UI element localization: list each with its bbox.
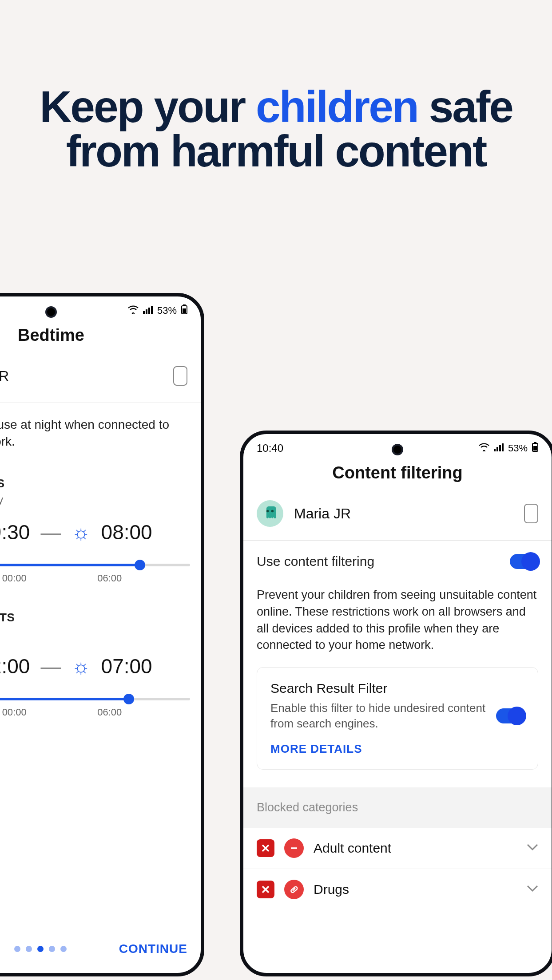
profile-row[interactable]: Maria JR	[0, 363, 201, 403]
weekend-nights-days: Friday - Saturday	[0, 627, 201, 654]
svg-rect-10	[496, 447, 498, 451]
tick	[193, 573, 195, 584]
status-battery: 53%	[157, 305, 177, 316]
screen-title-filter: Content filtering	[243, 463, 552, 482]
screen-title-bedtime: Bedtime	[0, 326, 201, 345]
signal-icon	[143, 305, 153, 316]
search-filter-description: Enable this filter to hide undesired con…	[270, 700, 487, 731]
bedtime-intro-text: Prevent internet use at night when conne…	[0, 403, 201, 450]
profile-name: Maria JR	[0, 368, 173, 384]
search-filter-card: Search Result Filter Enable this filter …	[257, 667, 538, 770]
status-bar: 10:40 53%	[0, 296, 201, 321]
svg-rect-1	[146, 309, 147, 314]
signal-icon	[494, 443, 504, 454]
pager-dots	[14, 946, 67, 952]
wifi-icon	[479, 443, 489, 454]
tick: 00:00	[2, 707, 27, 718]
school-time-range: ☾ 19:30 — ☼ 08:00	[0, 520, 201, 553]
minus-icon	[284, 838, 304, 858]
school-end-time: 08:00	[101, 520, 152, 544]
weekend-range-slider[interactable]	[0, 698, 190, 700]
school-range-slider[interactable]	[0, 564, 190, 566]
category-row-drugs[interactable]: Drugs	[243, 869, 552, 910]
battery-icon	[181, 304, 187, 317]
device-icon[interactable]	[524, 504, 538, 523]
blocked-icon	[257, 839, 274, 857]
svg-rect-6	[183, 308, 186, 313]
content-filter-description: Prevent your children from seeing unsuit…	[243, 569, 552, 667]
weekend-time-range: ☾ 22:00 — ☼ 07:00	[0, 654, 201, 687]
phone-content-filtering: 10:40 53% Content filtering Maria JR Use…	[240, 431, 552, 976]
camera-dot-icon	[392, 444, 403, 455]
time-dash: —	[40, 520, 61, 544]
svg-rect-2	[148, 308, 150, 314]
profile-row[interactable]: Maria JR	[243, 500, 552, 540]
svg-rect-11	[499, 445, 501, 451]
content-filter-toggle-row: Use content filtering	[243, 541, 552, 569]
blocked-categories-header: Blocked categories	[243, 787, 552, 828]
tick: 00:00	[2, 573, 27, 584]
sun-icon: ☼	[71, 520, 90, 544]
weekend-end-time: 07:00	[101, 654, 152, 678]
profile-name: Maria JR	[294, 506, 524, 522]
tick: 06:00	[97, 707, 122, 718]
phone-bedtime: 10:40 53% Bedtime Maria JR Prevent inter…	[0, 293, 204, 976]
chevron-down-icon	[527, 844, 538, 853]
svg-point-17	[271, 510, 274, 512]
search-filter-toggle[interactable]	[496, 708, 524, 723]
battery-icon	[532, 442, 538, 454]
weekend-nights-label: WEEKEND NIGHTS	[0, 584, 201, 627]
svg-rect-0	[143, 311, 145, 314]
tick	[193, 707, 195, 718]
school-nights-days: Sunday - Thursday	[0, 493, 201, 520]
sun-icon: ☼	[71, 654, 90, 678]
pager-dot-active[interactable]	[37, 946, 44, 952]
category-name: Drugs	[314, 882, 517, 897]
category-row-adult[interactable]: Adult content	[243, 828, 552, 869]
camera-dot-icon	[45, 306, 57, 318]
pager-dot[interactable]	[26, 946, 32, 952]
pager-dot[interactable]	[14, 946, 20, 952]
footer-bar: BACK CONTINUE	[0, 931, 201, 967]
avatar-icon	[257, 500, 283, 527]
tick: 06:00	[97, 573, 122, 584]
school-range-end-handle[interactable]	[135, 560, 145, 570]
wifi-icon	[128, 305, 139, 316]
school-nights-label: SCHOOL NIGHTS	[0, 450, 201, 493]
svg-rect-12	[502, 443, 504, 451]
search-filter-title: Search Result Filter	[270, 681, 524, 696]
svg-rect-9	[494, 449, 496, 451]
svg-rect-3	[151, 306, 153, 314]
weekend-range-end-handle[interactable]	[123, 694, 134, 704]
continue-label: CONTINUE	[119, 942, 187, 956]
headline-accent: children	[256, 82, 418, 131]
content-filter-toggle-label: Use content filtering	[257, 554, 374, 569]
pager-dot[interactable]	[60, 946, 67, 952]
svg-rect-15	[533, 446, 537, 450]
pill-icon	[284, 880, 304, 899]
content-filter-toggle[interactable]	[510, 554, 538, 569]
weekend-range-fill	[0, 698, 129, 700]
continue-button[interactable]: CONTINUE	[119, 942, 187, 956]
time-dash: —	[40, 654, 61, 678]
blocked-icon	[257, 881, 274, 898]
school-range-ticks: 18:00 00:00 06:00	[0, 573, 201, 584]
category-name: Adult content	[314, 841, 517, 856]
status-battery: 53%	[508, 443, 528, 454]
school-range-fill	[0, 564, 140, 566]
status-time: 10:40	[257, 442, 283, 454]
more-details-link[interactable]: MORE DETAILS	[270, 742, 362, 756]
pager-dot[interactable]	[49, 946, 55, 952]
headline-part1: Keep your	[40, 82, 256, 131]
school-start-time: 19:30	[0, 520, 30, 544]
weekend-start-time: 22:00	[0, 654, 30, 678]
svg-point-16	[266, 510, 269, 512]
device-icon[interactable]	[173, 366, 187, 386]
chevron-down-icon	[527, 885, 538, 894]
marketing-headline: Keep your children safe from harmful con…	[32, 84, 520, 173]
weekend-range-ticks: 18:00 00:00 06:00	[0, 707, 201, 718]
